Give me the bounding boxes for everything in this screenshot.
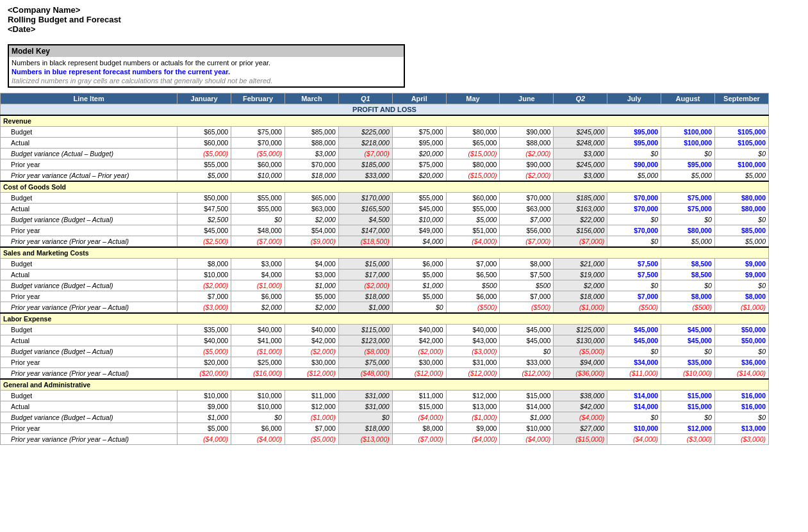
data-cell: $45,000 [392, 204, 446, 214]
data-cell: $5,000 [714, 236, 768, 248]
table-row: Prior year$7,000$6,000$5,000$18,000$5,00… [1, 291, 769, 302]
table-row: Budget$35,000$40,000$40,000$115,000$40,0… [1, 325, 769, 335]
row-label: Budget [1, 127, 177, 138]
data-cell: $100,000 [714, 159, 768, 170]
data-cell: $2,000 [231, 302, 285, 314]
data-cell: $10,000 [231, 401, 285, 412]
subsection-header-cell: Labor Expense [1, 313, 769, 325]
data-cell: $5,000 [661, 236, 715, 248]
row-label: Prior year [1, 423, 177, 434]
data-cell: $2,500 [177, 214, 231, 225]
data-cell: $13,000 [446, 401, 500, 412]
report-title: Rolling Budget and Forecast [8, 15, 800, 24]
data-cell: $25,000 [231, 357, 285, 368]
data-cell: $6,000 [446, 291, 500, 302]
data-cell: $11,000 [392, 391, 446, 401]
data-cell: $45,000 [500, 325, 554, 335]
data-cell: $1,000 [500, 412, 554, 423]
data-cell: $88,000 [500, 138, 554, 149]
data-cell: ($2,000) [500, 149, 554, 159]
data-cell: $7,000 [446, 259, 500, 270]
data-cell: ($500) [607, 302, 661, 314]
data-cell: $21,000 [554, 259, 607, 270]
data-cell: $95,000 [661, 159, 715, 170]
data-cell: $80,000 [714, 193, 768, 204]
data-cell: $7,000 [177, 291, 231, 302]
data-cell: ($11,000) [607, 368, 661, 380]
row-label: Prior year variance (Prior year – Actual… [1, 434, 177, 445]
data-cell: $5,000 [607, 170, 661, 182]
data-cell: $63,000 [284, 204, 338, 214]
data-cell: $245,000 [554, 159, 607, 170]
data-cell: $15,000 [500, 391, 554, 401]
data-cell: ($5,000) [231, 149, 285, 159]
data-cell: $147,000 [338, 225, 392, 236]
data-cell: $35,000 [661, 357, 715, 368]
data-cell: $185,000 [554, 193, 607, 204]
data-cell: $18,000 [554, 291, 607, 302]
data-cell: ($1,000) [284, 412, 338, 423]
data-cell: ($500) [500, 302, 554, 314]
data-cell: ($12,000) [446, 368, 500, 380]
data-cell: $5,000 [392, 270, 446, 280]
row-label: Budget [1, 325, 177, 335]
data-cell: $15,000 [661, 391, 715, 401]
data-cell: $9,000 [714, 270, 768, 280]
data-cell: $45,000 [661, 325, 715, 335]
data-cell: ($7,000) [392, 434, 446, 445]
col-header-lineitem: Line Item [1, 93, 177, 104]
model-key-line3: Italicized numbers in gray cells are cal… [12, 76, 401, 85]
header: <Company Name> Rolling Budget and Foreca… [0, 0, 808, 39]
data-cell: ($48,000) [338, 368, 392, 380]
data-cell: ($5,000) [177, 346, 231, 357]
data-cell: $7,000 [500, 214, 554, 225]
data-cell: $6,000 [392, 259, 446, 270]
data-cell: $94,000 [554, 357, 607, 368]
data-cell: $34,000 [607, 357, 661, 368]
table-row: Prior year variance (Prior year – Actual… [1, 236, 769, 248]
data-cell: ($2,000) [500, 170, 554, 182]
data-cell: $0 [607, 214, 661, 225]
data-cell: $75,000 [392, 159, 446, 170]
data-cell: $5,000 [714, 170, 768, 182]
data-cell: $7,500 [607, 259, 661, 270]
data-cell: $3,000 [284, 270, 338, 280]
row-label: Prior year variance (Actual – Prior year… [1, 170, 177, 182]
data-cell: ($1,000) [554, 302, 607, 314]
data-cell: $70,000 [284, 159, 338, 170]
data-cell: $7,000 [284, 423, 338, 434]
data-cell: ($1,000) [231, 346, 285, 357]
data-cell: ($4,000) [446, 236, 500, 248]
data-cell: ($3,000) [714, 434, 768, 445]
data-cell: ($12,000) [500, 368, 554, 380]
data-cell: $90,000 [500, 127, 554, 138]
row-label: Budget variance (Budget – Actual) [1, 412, 177, 423]
data-cell: $70,000 [607, 204, 661, 214]
row-label: Budget [1, 193, 177, 204]
data-cell: $12,000 [661, 423, 715, 434]
data-cell: $85,000 [714, 225, 768, 236]
data-cell: $65,000 [284, 193, 338, 204]
row-label: Prior year [1, 357, 177, 368]
model-key-line2: Numbers in blue represent forecast numbe… [12, 67, 401, 76]
subsection-header-row: General and Administrative [1, 379, 769, 391]
model-key-header: Model Key [9, 45, 404, 57]
data-cell: ($4,000) [446, 434, 500, 445]
row-label: Actual [1, 401, 177, 412]
data-cell: $165,500 [338, 204, 392, 214]
data-cell: ($12,000) [392, 368, 446, 380]
data-cell: $7,000 [500, 291, 554, 302]
data-cell: $35,000 [177, 325, 231, 335]
col-header-q2: Q2 [554, 93, 607, 104]
data-cell: ($18,500) [338, 236, 392, 248]
data-cell: $105,000 [714, 138, 768, 149]
data-cell: $11,000 [284, 391, 338, 401]
data-cell: $40,000 [231, 325, 285, 335]
data-cell: $1,000 [284, 280, 338, 291]
data-cell: $30,000 [392, 357, 446, 368]
data-cell: ($3,000) [446, 346, 500, 357]
data-cell: $100,000 [661, 127, 715, 138]
data-cell: $10,000 [177, 270, 231, 280]
data-cell: ($4,000) [500, 434, 554, 445]
data-cell: $41,000 [231, 335, 285, 346]
